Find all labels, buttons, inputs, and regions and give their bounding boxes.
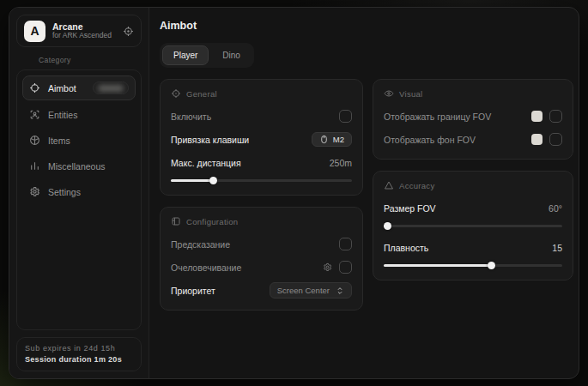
unfold-icon (336, 286, 344, 295)
sidebar-item-label: Settings (48, 187, 129, 197)
fov-size-label: Размер FOV (384, 203, 436, 214)
card-title: Visual (399, 89, 423, 99)
tab-player[interactable]: Player (162, 45, 209, 65)
enable-label: Включить (171, 112, 211, 122)
priority-label: Приоритет (171, 286, 215, 296)
accuracy-card: Accuracy Размер FOV 60° Плавность 15 (373, 171, 573, 280)
sliders-icon (171, 216, 181, 226)
entity-scan-icon (29, 109, 40, 120)
max-distance-value: 250m (330, 158, 352, 168)
smoothness-slider[interactable] (384, 262, 562, 269)
mouse-icon (319, 135, 329, 144)
page-title: Aimbot (160, 20, 573, 32)
gear-icon (29, 186, 40, 197)
priority-selected-value: Screen Center (277, 286, 330, 295)
sidebar-item-settings[interactable]: Settings (22, 180, 136, 203)
configuration-card: Configuration Предсказание Очеловечивани… (160, 207, 363, 311)
target-icon[interactable] (123, 26, 134, 37)
sidebar-nav: Aimbot Entities Items (16, 69, 142, 330)
fov-bg-checkbox[interactable] (549, 133, 562, 146)
card-title: Accuracy (399, 181, 434, 190)
card-title: General (186, 89, 217, 99)
session-card: Sub expires in 24d 15h Session duration … (16, 337, 142, 371)
general-card: General Включить Привязка клавиши (160, 79, 363, 196)
brand-text: Arcane for ARK Ascended (52, 21, 116, 40)
enable-checkbox[interactable] (339, 110, 352, 123)
sidebar-item-label: Entities (48, 110, 129, 120)
slider-handle[interactable] (384, 222, 391, 230)
sidebar-item-label: Aimbot (48, 83, 85, 93)
sidebar-item-miscellaneous[interactable]: Miscellaneous (22, 154, 136, 178)
sidebar-item-entities[interactable]: Entities (22, 103, 136, 126)
fov-bg-color-swatch[interactable] (531, 134, 543, 145)
misc-grid-icon (29, 160, 40, 172)
humanization-settings-icon[interactable] (323, 262, 332, 272)
fov-bg-label: Отображать фон FOV (384, 135, 476, 145)
session-duration-text: Session duration 1m 20s (25, 354, 133, 365)
slider-handle[interactable] (488, 262, 495, 269)
visual-card: Visual Отображать границу FOV Отображать… (373, 79, 573, 160)
main-panel: Aimbot Player Dino General (149, 8, 579, 378)
smoothness-value: 15 (552, 243, 562, 253)
humanization-label: Очеловечивание (171, 262, 241, 273)
prediction-label: Предсказание (171, 239, 230, 250)
keybind-button[interactable]: M2 (312, 132, 352, 147)
brand-subtitle: for ARK Ascended (52, 32, 116, 40)
scope-icon (171, 88, 181, 99)
app-window: A Arcane for ARK Ascended Category (9, 7, 579, 379)
sub-expiry-text: Sub expires in 24d 15h (25, 343, 133, 354)
sidebar-item-label: Items (48, 136, 129, 146)
category-label: Category (39, 56, 142, 64)
sidebar-item-label: Miscellaneous (48, 161, 129, 172)
triangle-icon (384, 180, 394, 190)
keybind-value: M2 (333, 135, 344, 144)
max-distance-label: Макс. дистанция (171, 158, 241, 168)
fov-size-value: 60° (549, 203, 562, 214)
blurred-keybind-badge (93, 81, 129, 94)
eye-icon (384, 88, 394, 99)
sidebar: A Arcane for ARK Ascended Category (9, 8, 149, 378)
tab-dino[interactable]: Dino (211, 45, 252, 65)
priority-select[interactable]: Screen Center (270, 282, 352, 299)
sidebar-item-aimbot[interactable]: Aimbot (22, 75, 136, 100)
fov-border-color-swatch[interactable] (531, 111, 543, 122)
slider-handle[interactable] (209, 177, 217, 184)
target-tabs: Player Dino (160, 43, 254, 68)
crosshair-icon (29, 82, 40, 93)
fov-size-slider[interactable] (384, 222, 562, 230)
humanization-checkbox[interactable] (339, 261, 352, 274)
card-title: Configuration (186, 217, 238, 226)
brand-card: A Arcane for ARK Ascended (16, 15, 142, 47)
fov-border-checkbox[interactable] (549, 110, 562, 123)
max-distance-slider[interactable] (171, 177, 352, 184)
smoothness-label: Плавность (384, 243, 428, 253)
item-box-icon (29, 135, 40, 146)
keybind-label: Привязка клавиши (171, 135, 249, 145)
fov-border-label: Отображать границу FOV (384, 112, 491, 122)
sidebar-item-items[interactable]: Items (22, 129, 136, 152)
prediction-checkbox[interactable] (339, 238, 352, 250)
app-logo: A (24, 21, 45, 42)
